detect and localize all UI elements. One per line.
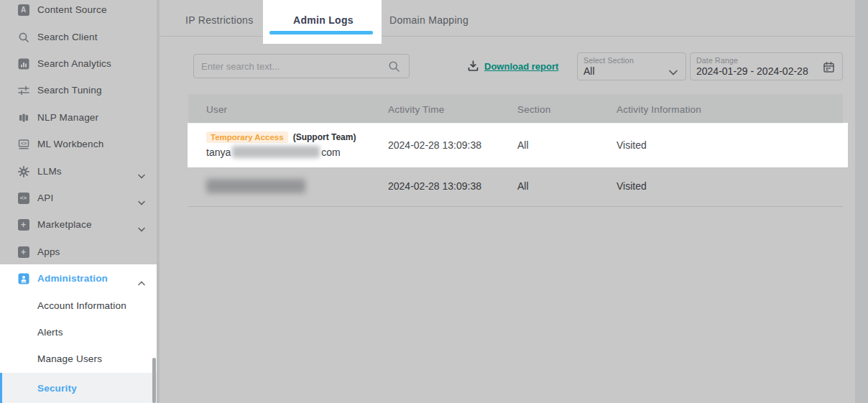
sidebar-item-account-information[interactable]: Account Information — [0, 292, 157, 319]
user-cell: Temporary Access (Support Team) tanya co… — [188, 131, 388, 158]
marketplace-icon: + — [17, 218, 29, 231]
table-header-row: User Activity Time Section Activity Info… — [188, 94, 843, 124]
sidebar-item-label: LLMs — [37, 166, 62, 177]
sidebar-item-manage-users[interactable]: Manage Users — [0, 346, 157, 372]
chevron-up-icon — [138, 276, 145, 289]
section-filter-label: Select Section — [583, 56, 634, 65]
apps-icon: + — [17, 246, 29, 258]
admin-logs-table: User Activity Time Section Activity Info… — [188, 94, 843, 207]
user-email: tanya com — [206, 146, 388, 158]
search-input[interactable] — [201, 55, 388, 78]
user-cell — [188, 179, 388, 193]
column-header-activity-time: Activity Time — [388, 104, 517, 115]
email-suffix: com — [321, 147, 340, 158]
tabbar-divider — [382, 36, 855, 37]
support-team-note: (Support Team) — [293, 132, 356, 142]
activity-information-cell: Visited — [617, 139, 843, 151]
content-source-icon: A — [17, 4, 29, 16]
nlp-manager-icon — [17, 111, 29, 124]
search-icon[interactable] — [388, 60, 400, 75]
sidebar-scrollbar-thumb[interactable] — [152, 358, 156, 403]
date-range-value: 2024-01-29 - 2024-02-28 — [696, 65, 808, 77]
sidebar-item-api[interactable]: <> API — [0, 185, 157, 211]
sidebar-item-label: Manage Users — [37, 353, 102, 364]
sidebar-item-label: Security — [37, 383, 77, 394]
section-cell: All — [517, 180, 617, 192]
email-prefix: tanya — [206, 147, 231, 158]
activity-information-cell: Visited — [617, 180, 843, 192]
sidebar-item-alerts[interactable]: Alerts — [0, 319, 157, 346]
temporary-access-badge: Temporary Access — [206, 131, 288, 143]
sidebar-item-content-source[interactable]: A Content Source — [0, 0, 157, 23]
section-filter-dropdown[interactable]: Select Section All — [577, 52, 686, 80]
sidebar-item-ml-workbench[interactable]: <> ML Workbench — [0, 131, 157, 157]
administration-badge-icon — [17, 272, 29, 284]
column-header-section: Section — [517, 104, 617, 115]
redacted-email-blur — [206, 179, 305, 193]
chevron-down-icon — [669, 65, 678, 78]
chevron-down-icon — [138, 169, 145, 182]
sidebar-item-label: ML Workbench — [37, 139, 103, 149]
column-header-user: User — [188, 104, 388, 115]
sidebar-item-search-analytics[interactable]: Search Analytics — [0, 50, 157, 77]
tab-admin-logs[interactable]: Admin Logs — [293, 14, 354, 26]
sidebar-item-security[interactable]: Security — [0, 373, 157, 403]
log-search-box — [193, 54, 410, 78]
svg-text:<>: <> — [20, 141, 26, 146]
sidebar-item-label: Search Analytics — [37, 58, 111, 69]
sidebar-item-label: Apps — [37, 246, 60, 257]
sidebar-item-administration[interactable]: Administration — [0, 265, 157, 292]
section-cell: All — [517, 139, 617, 151]
sidebar: A Content Source Search Client Search An… — [0, 0, 157, 403]
sidebar-item-marketplace[interactable]: + Marketplace — [0, 211, 157, 238]
admin-security-screen: A Content Source Search Client Search An… — [0, 0, 868, 403]
sidebar-item-label: API — [37, 193, 53, 203]
search-icon — [17, 31, 29, 43]
ml-workbench-icon: <> — [17, 138, 29, 150]
chevron-down-icon — [138, 195, 145, 208]
download-report-link[interactable]: Download report — [484, 61, 558, 72]
activity-time-cell: 2024-02-28 13:09:38 — [388, 139, 517, 151]
active-tab-underline — [269, 31, 373, 34]
sidebar-item-label: Account Information — [37, 300, 126, 311]
analytics-icon — [17, 57, 29, 70]
date-range-picker[interactable]: Date Range 2024-01-29 - 2024-02-28 — [690, 52, 843, 80]
tab-ip-restrictions[interactable]: IP Restrictions — [185, 14, 254, 26]
calendar-icon — [823, 61, 835, 76]
sidebar-item-apps[interactable]: + Apps — [0, 238, 157, 265]
download-icon[interactable] — [467, 60, 479, 75]
table-row: 2024-02-28 13:09:38 All Visited — [188, 165, 843, 206]
tuning-sliders-icon — [17, 84, 29, 96]
sidebar-item-label: Search Client — [37, 32, 98, 42]
sidebar-item-label: Administration — [37, 273, 108, 284]
sidebar-item-label: Marketplace — [37, 219, 92, 230]
date-range-label: Date Range — [696, 56, 738, 65]
sidebar-item-llms[interactable]: LLMs — [0, 158, 157, 185]
sidebar-item-label: Content Source — [37, 4, 107, 15]
tab-domain-mapping[interactable]: Domain Mapping — [389, 14, 468, 26]
chevron-down-icon — [138, 222, 145, 235]
activity-time-cell: 2024-02-28 13:09:38 — [388, 180, 517, 192]
tabbar-divider — [160, 36, 263, 37]
security-content-card: IP Restrictions Admin Logs Domain Mappin… — [160, 0, 855, 403]
sidebar-item-search-tuning[interactable]: Search Tuning — [0, 77, 157, 103]
sidebar-item-label: Alerts — [37, 327, 63, 338]
llms-gear-icon — [17, 165, 29, 177]
api-icon: <> — [17, 192, 29, 204]
column-header-activity-information: Activity Information — [617, 104, 843, 115]
sidebar-item-label: Search Tuning — [37, 85, 102, 96]
sidebar-item-label: NLP Manager — [37, 112, 98, 123]
row-divider — [188, 206, 843, 207]
table-row: Temporary Access (Support Team) tanya co… — [188, 124, 843, 165]
sidebar-item-search-client[interactable]: Search Client — [0, 24, 157, 50]
redacted-email-blur — [232, 146, 320, 158]
section-filter-value: All — [583, 65, 595, 77]
sidebar-item-nlp-manager[interactable]: NLP Manager — [0, 104, 157, 131]
